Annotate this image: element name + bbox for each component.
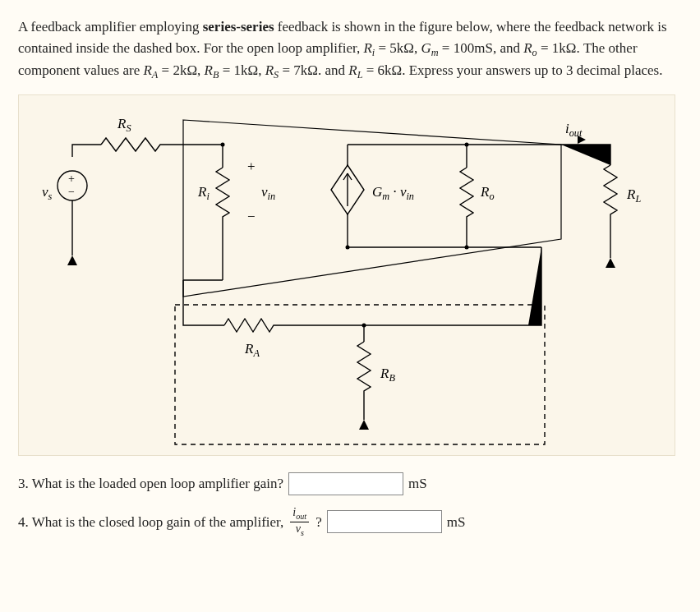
q4-fraction: iout vs — [290, 507, 309, 537]
gm-value: 100mS — [454, 40, 493, 56]
and-text-2: . and — [318, 62, 348, 78]
eq: = — [439, 40, 454, 56]
eq: = — [362, 62, 377, 78]
q3-answer-input[interactable] — [288, 472, 403, 495]
q4-text-b: ? — [315, 512, 322, 533]
svg-point-5 — [465, 142, 469, 146]
gm-symbol: G — [421, 40, 431, 56]
ro-symbol: R — [523, 40, 532, 56]
ro-value: 1kΩ — [552, 40, 577, 56]
rl-label: RL — [627, 184, 641, 207]
ro-label: Ro — [481, 182, 495, 205]
svg-text:−: − — [68, 186, 75, 198]
rs-symbol: R — [265, 62, 274, 78]
intro-text: A feedback amplifier employing — [18, 19, 203, 35]
ra-value: 2kΩ — [173, 62, 197, 78]
rb-label: RB — [380, 363, 395, 386]
svg-point-4 — [221, 142, 225, 146]
rb-symbol: R — [205, 62, 213, 78]
circuit-diagram: + − — [18, 94, 675, 456]
minus-sign: − — [247, 206, 256, 228]
feedback-type: series-series — [203, 19, 274, 35]
eq: = — [158, 62, 173, 78]
ri-symbol: R — [363, 40, 371, 56]
q4-text-a: 4. What is the closed loop gain of the a… — [18, 512, 283, 533]
rl-symbol: R — [348, 62, 357, 78]
svg-point-8 — [362, 323, 366, 327]
svg-point-6 — [465, 245, 469, 249]
rs-label: RS — [117, 113, 131, 136]
eq: = — [219, 62, 233, 78]
rl-value: 6kΩ — [378, 62, 403, 78]
comma: , — [258, 62, 265, 78]
vin-label: vin — [261, 182, 275, 205]
comma: , — [197, 62, 205, 78]
q3-text: 3. What is the loaded open loop amplifie… — [18, 473, 283, 495]
q4-unit: mS — [447, 512, 466, 533]
gmvin-label: Gm · vin — [372, 182, 414, 205]
vs-label: vs — [42, 182, 52, 205]
svg-text:+: + — [68, 173, 75, 185]
problem-statement: A feedback amplifier employing series-se… — [18, 16, 682, 83]
ri-label: Ri — [198, 182, 210, 205]
and-text: , and — [493, 40, 523, 56]
svg-point-7 — [346, 245, 350, 249]
ra-symbol: R — [143, 62, 151, 78]
gm-sub: m — [431, 47, 439, 58]
rs-value: 7kΩ — [293, 62, 318, 78]
ri-value: 5kΩ — [389, 40, 414, 56]
eq: = — [375, 40, 389, 56]
question-3: 3. What is the loaded open loop amplifie… — [18, 472, 682, 495]
ra-label: RA — [245, 338, 260, 361]
iout-label: iout — [565, 118, 582, 141]
q4-answer-input[interactable] — [327, 510, 442, 533]
closing: . Express your answers up to 3 decimal p… — [402, 62, 662, 78]
question-4: 4. What is the closed loop gain of the a… — [18, 507, 682, 537]
q3-unit: mS — [408, 473, 427, 495]
eq: = — [279, 62, 293, 78]
rb-value: 1kΩ — [234, 62, 259, 78]
period: . — [576, 40, 583, 56]
eq: = — [537, 40, 552, 56]
plus-sign: + — [247, 156, 256, 177]
